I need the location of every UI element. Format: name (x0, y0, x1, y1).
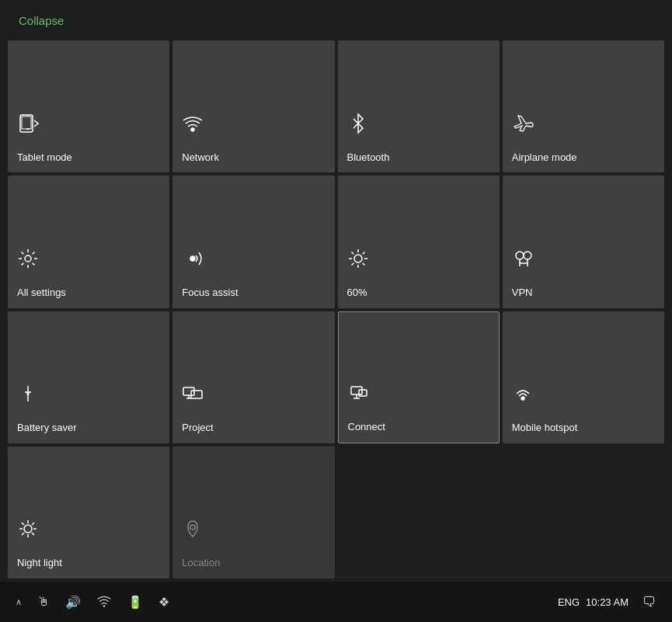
svg-rect-23 (183, 387, 194, 395)
settings-icon (17, 248, 160, 273)
tile-mobile-hotspot-label: Mobile hotspot (512, 422, 655, 434)
taskbar-time[interactable]: 10:23 AM (586, 596, 628, 608)
project-icon (182, 383, 325, 408)
tile-all-settings[interactable]: All settings (8, 175, 169, 308)
svg-point-32 (24, 525, 32, 533)
tile-bluetooth-label: Bluetooth (347, 151, 490, 164)
svg-point-16 (524, 252, 531, 259)
location-icon (182, 518, 325, 543)
svg-point-5 (190, 256, 195, 261)
taskbar-chevron-icon[interactable]: ∧ (9, 594, 28, 610)
brightness-icon (347, 248, 490, 273)
bluetooth-icon (347, 113, 490, 137)
tile-connect[interactable]: Connect (338, 311, 500, 443)
tile-tablet-mode[interactable]: Tablet mode (8, 40, 169, 172)
svg-point-4 (25, 255, 31, 262)
collapse-button[interactable]: Collapse (19, 14, 64, 27)
tile-vpn[interactable]: VPN (503, 175, 664, 308)
taskbar-language[interactable]: ENG (558, 596, 580, 608)
svg-rect-1 (22, 116, 31, 129)
tile-night-light-label: Night light (17, 557, 160, 569)
tile-project-label: Project (182, 422, 325, 434)
svg-rect-28 (359, 390, 367, 396)
tile-battery-saver-label: Battery saver (17, 422, 160, 434)
tile-tablet-mode-label: Tablet mode (17, 151, 160, 164)
tile-project[interactable]: Project (172, 311, 334, 443)
night-light-icon (17, 518, 160, 543)
taskbar-right: ENG 10:23 AM 🗨 (558, 591, 663, 613)
action-center: Collapse Tablet mode (0, 0, 672, 622)
svg-point-3 (191, 128, 194, 131)
taskbar-left: ∧ 🖱 🔊 🔋 ❖ (9, 590, 176, 613)
tile-connect-label: Connect (348, 421, 489, 433)
taskbar: ∧ 🖱 🔊 🔋 ❖ ENG 10:23 AM 🗨 (0, 582, 672, 622)
tile-brightness-label: 60% (347, 287, 490, 299)
svg-point-31 (521, 397, 524, 400)
tile-network-label: Network (182, 151, 325, 164)
svg-point-6 (354, 255, 362, 262)
taskbar-notification-icon[interactable]: 🗨 (636, 591, 663, 613)
tile-location-label: Location (182, 557, 325, 569)
svg-rect-27 (351, 387, 362, 394)
svg-line-37 (22, 523, 24, 525)
taskbar-usb-icon[interactable]: 🖱 (31, 592, 56, 612)
svg-line-38 (32, 533, 34, 535)
network-icon (182, 113, 325, 137)
svg-line-13 (362, 252, 364, 254)
taskbar-wifi-icon[interactable] (90, 590, 118, 613)
vpn-icon (512, 248, 655, 273)
tile-focus-assist-label: Focus assist (182, 287, 325, 299)
svg-point-22 (27, 393, 29, 394)
taskbar-dropbox-icon[interactable]: ❖ (152, 592, 176, 613)
svg-line-40 (22, 533, 24, 535)
focus-icon (182, 248, 325, 273)
taskbar-time-text: 10:23 AM (586, 596, 628, 608)
taskbar-battery-icon[interactable]: 🔋 (121, 592, 149, 613)
hotspot-icon (512, 383, 655, 408)
tile-bluetooth[interactable]: Bluetooth (338, 40, 500, 172)
tile-airplane-mode[interactable]: Airplane mode (503, 40, 664, 172)
tile-network[interactable]: Network (172, 40, 334, 172)
tile-location[interactable]: Location (172, 447, 334, 579)
connect-icon (348, 382, 489, 407)
tile-vpn-label: VPN (512, 287, 655, 299)
tile-night-light[interactable]: Night light (8, 447, 169, 579)
svg-line-11 (351, 252, 353, 254)
svg-point-41 (190, 525, 195, 530)
svg-rect-24 (191, 391, 202, 398)
tile-airplane-mode-label: Airplane mode (512, 151, 655, 164)
airplane-icon (512, 113, 655, 137)
svg-point-42 (103, 605, 106, 607)
svg-line-12 (362, 263, 364, 266)
svg-point-15 (516, 252, 524, 259)
tablet-mode-icon (17, 113, 160, 137)
tile-all-settings-label: All settings (17, 287, 160, 299)
tile-focus-assist[interactable]: Focus assist (172, 175, 334, 308)
tile-brightness[interactable]: 60% (338, 175, 500, 308)
svg-line-14 (351, 263, 353, 266)
tiles-grid: Tablet mode Network Bluetooth (0, 37, 672, 582)
tile-mobile-hotspot[interactable]: Mobile hotspot (503, 311, 664, 443)
taskbar-volume-icon[interactable]: 🔊 (59, 592, 87, 613)
tile-battery-saver[interactable]: Battery saver (8, 311, 169, 443)
header: Collapse (0, 0, 672, 37)
battery-saver-icon (17, 383, 160, 408)
svg-line-39 (32, 523, 34, 525)
